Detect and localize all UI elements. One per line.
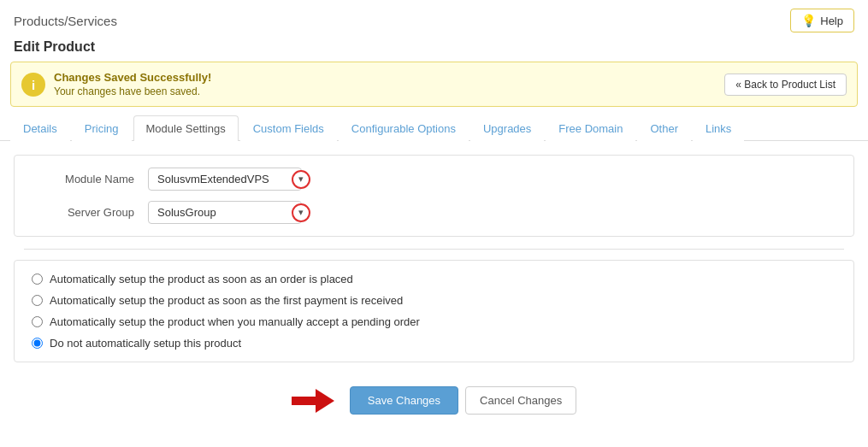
server-group-select[interactable]: SolusGroup — [148, 201, 302, 224]
page-title: Edit Product — [0, 38, 868, 62]
module-name-label: Module Name — [32, 173, 134, 185]
main-content: Module Name SolusvmExtendedVPS ▾ Server … — [0, 141, 868, 362]
module-name-select[interactable]: SolusvmExtendedVPS — [148, 168, 302, 191]
module-name-row: Module Name SolusvmExtendedVPS ▾ — [32, 168, 836, 191]
module-name-select-wrapper: SolusvmExtendedVPS ▾ — [148, 168, 302, 191]
radio-row-no-auto: Do not automatically setup this product — [32, 337, 836, 350]
tab-links[interactable]: Links — [693, 115, 744, 141]
back-to-product-list-button[interactable]: « Back to Product List — [724, 74, 847, 96]
page-wrapper: Products/Services 💡 Help Edit Product i … — [0, 0, 868, 447]
alert-banner: i Changes Saved Successfully! Your chang… — [10, 62, 858, 107]
radio-auto-manual[interactable] — [32, 316, 43, 327]
page-header: Products/Services 💡 Help — [0, 0, 868, 38]
tab-free-domain[interactable]: Free Domain — [546, 115, 635, 141]
radio-row-auto-manual: Automatically setup the product when you… — [32, 315, 836, 328]
server-group-select-wrapper: SolusGroup ▾ — [148, 201, 302, 224]
radio-no-auto-label: Do not automatically setup this product — [50, 337, 241, 350]
tab-configurable-options[interactable]: Configurable Options — [339, 115, 469, 141]
alert-title: Changes Saved Successfully! — [54, 71, 211, 84]
radio-row-auto-order: Automatically setup the product as soon … — [32, 273, 836, 285]
help-label: Help — [820, 15, 843, 27]
radio-no-auto[interactable] — [32, 338, 43, 349]
tabs-bar: Details Pricing Module Settings Custom F… — [0, 115, 868, 141]
arrow-head-icon — [316, 389, 334, 413]
radio-auto-order-label: Automatically setup the product as soon … — [50, 273, 353, 285]
tab-custom-fields[interactable]: Custom Fields — [240, 115, 337, 141]
server-group-label: Server Group — [32, 206, 134, 219]
alert-info-icon: i — [21, 73, 45, 97]
radio-auto-manual-label: Automatically setup the product when you… — [50, 315, 420, 328]
bulb-icon: 💡 — [801, 14, 816, 27]
tab-details[interactable]: Details — [10, 115, 70, 141]
cancel-changes-button[interactable]: Cancel Changes — [465, 386, 576, 415]
server-group-row: Server Group SolusGroup ▾ — [32, 201, 836, 224]
alert-inner: i Changes Saved Successfully! Your chang… — [21, 71, 211, 97]
tab-module-settings[interactable]: Module Settings — [133, 115, 239, 141]
radio-auto-payment[interactable] — [32, 295, 43, 306]
tab-pricing[interactable]: Pricing — [72, 115, 132, 141]
save-changes-button[interactable]: Save Changes — [350, 386, 458, 415]
footer-buttons: Save Changes Cancel Changes — [0, 374, 868, 428]
help-button[interactable]: 💡 Help — [790, 9, 854, 32]
radio-auto-payment-label: Automatically setup the product as soon … — [50, 294, 403, 307]
tab-other[interactable]: Other — [637, 115, 691, 141]
tab-upgrades[interactable]: Upgrades — [470, 115, 544, 141]
radio-section: Automatically setup the product as soon … — [14, 260, 854, 362]
form-section: Module Name SolusvmExtendedVPS ▾ Server … — [14, 155, 854, 237]
radio-auto-order[interactable] — [32, 273, 43, 285]
breadcrumb: Products/Services — [14, 14, 117, 28]
radio-row-auto-payment: Automatically setup the product as soon … — [32, 294, 836, 307]
divider — [24, 249, 844, 250]
arrow-wrapper — [292, 387, 340, 415]
alert-subtitle: Your changes have been saved. — [54, 85, 211, 97]
alert-text: Changes Saved Successfully! Your changes… — [54, 71, 211, 97]
